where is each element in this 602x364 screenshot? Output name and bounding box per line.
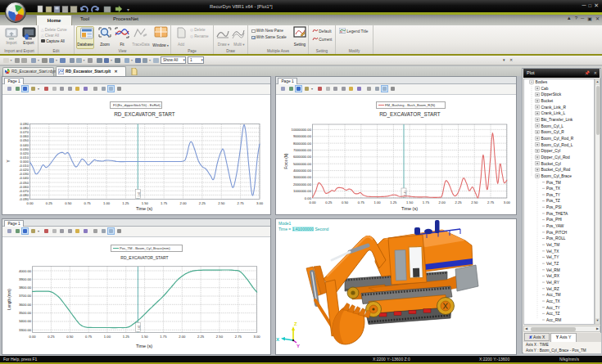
svg-text:Bkt_Transfer_Link: Bkt_Transfer_Link bbox=[541, 118, 573, 122]
svg-text:Pos_TX: Pos_TX bbox=[546, 186, 561, 191]
svg-text:Pos_PITCH: Pos_PITCH bbox=[546, 231, 568, 235]
svg-text:Vel_TM: Vel_TM bbox=[546, 243, 559, 247]
svg-text:Vel_TX: Vel_TX bbox=[546, 249, 559, 254]
svg-text:Acc_TM: Acc_TM bbox=[546, 293, 561, 297]
svg-text:Dipper_Cyl_Rod: Dipper_Cyl_Rod bbox=[541, 155, 571, 160]
svg-text:Acc_TZ: Acc_TZ bbox=[546, 312, 560, 316]
svg-text:Pos_PHI: Pos_PHI bbox=[546, 218, 562, 222]
svg-text:Crank_Link_L: Crank_Link_L bbox=[541, 111, 566, 115]
svg-text:Pos_TZ: Pos_TZ bbox=[546, 199, 560, 203]
svg-text:Vel_RZ: Vel_RZ bbox=[546, 287, 559, 291]
svg-text:Pos_TY: Pos_TY bbox=[546, 193, 561, 197]
svg-text:Acc_RM: Acc_RM bbox=[546, 318, 561, 322]
svg-text:Acc_TY: Acc_TY bbox=[546, 306, 561, 310]
svg-text:Crank_Link_R: Crank_Link_R bbox=[541, 106, 567, 110]
svg-text:Bucket: Bucket bbox=[541, 99, 554, 103]
svg-text:Bucket_Cyl_Rod: Bucket_Cyl_Rod bbox=[541, 168, 571, 172]
svg-text:Vel_TY: Vel_TY bbox=[546, 255, 559, 259]
svg-text:Cab: Cab bbox=[541, 87, 549, 91]
svg-text:Acc_TX: Acc_TX bbox=[546, 299, 561, 303]
svg-text:Bucket_Cyl: Bucket_Cyl bbox=[541, 162, 561, 166]
svg-text:Pos_YAW: Pos_YAW bbox=[546, 224, 564, 228]
svg-text:Boom_Cyl_L: Boom_Cyl_L bbox=[541, 124, 564, 128]
svg-text:Vel_RX: Vel_RX bbox=[546, 274, 560, 278]
svg-text:Pos_THETA: Pos_THETA bbox=[546, 212, 568, 216]
svg-text:Pos_ROLL: Pos_ROLL bbox=[546, 236, 566, 240]
svg-text:Vel_RM: Vel_RM bbox=[546, 268, 560, 272]
svg-text:DipperStick: DipperStick bbox=[541, 92, 562, 97]
svg-text:Pos_PSI: Pos_PSI bbox=[546, 205, 562, 209]
svg-text:Boom_Cyl_Rod_R: Boom_Cyl_Rod_R bbox=[541, 137, 574, 141]
svg-text:Vel_TZ: Vel_TZ bbox=[546, 262, 559, 266]
svg-text:Boom_Cyl_R: Boom_Cyl_R bbox=[541, 130, 565, 134]
svg-text:Pos_TM: Pos_TM bbox=[546, 181, 561, 185]
svg-text:Bodies: Bodies bbox=[536, 80, 548, 84]
svg-text:Vel_RY: Vel_RY bbox=[546, 281, 560, 285]
svg-text:Dipper_Cyl: Dipper_Cyl bbox=[541, 149, 561, 153]
svg-text:Boom_Cyl_Rod_L: Boom_Cyl_Rod_L bbox=[541, 143, 573, 147]
svg-text:Boom_Cyl_Brace: Boom_Cyl_Brace bbox=[541, 174, 573, 178]
